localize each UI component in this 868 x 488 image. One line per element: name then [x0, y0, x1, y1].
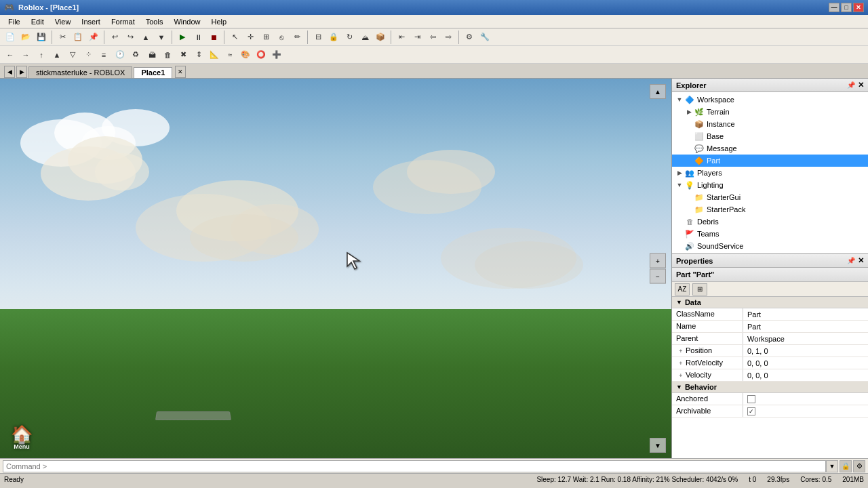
tree-item-instance[interactable]: 📦 Instance	[672, 118, 868, 130]
tb-paste[interactable]: 📌	[86, 30, 101, 45]
toggle-lighting[interactable]: ▼	[675, 180, 684, 190]
tb-cam-back[interactable]: ⇥	[410, 30, 425, 45]
tb-select[interactable]: ↖	[227, 30, 242, 45]
tb-plugins[interactable]: 🔧	[477, 30, 492, 45]
menu-format[interactable]: Format	[106, 17, 140, 26]
tb2-clock[interactable]: 🕐	[113, 47, 127, 62]
tab-place1[interactable]: Place1	[134, 67, 172, 78]
properties-close[interactable]: ✕	[858, 256, 864, 265]
tb-cam-right[interactable]: ⇨	[441, 30, 456, 45]
anchored-checkbox[interactable]	[747, 395, 755, 403]
tab-stickmasterluke[interactable]: stickmasterluke - ROBLOX	[28, 66, 132, 78]
tb-move-up[interactable]: ▲	[138, 30, 153, 45]
tb-open[interactable]: 📂	[18, 30, 33, 45]
tb-lock[interactable]: 🔒	[326, 30, 341, 45]
tb2-landscape[interactable]: 🏔	[144, 47, 159, 62]
tab-close[interactable]: ✕	[175, 66, 186, 78]
prop-tab-category[interactable]: ⊞	[692, 283, 707, 296]
tb-stop[interactable]: ⏹	[206, 30, 221, 45]
position-expand[interactable]: +	[676, 348, 686, 354]
tb-group[interactable]: 📦	[373, 30, 388, 45]
viewport-zoom-out[interactable]: −	[650, 269, 666, 284]
tb2-scatter[interactable]: ⁘	[81, 47, 96, 62]
tree-item-soundservice[interactable]: 🔊 SoundService	[672, 240, 868, 252]
menu-file[interactable]: File	[3, 17, 26, 26]
tb2-circle[interactable]: ⭕	[254, 47, 269, 62]
tb-anchor[interactable]: ⎋	[274, 30, 289, 45]
command-icon-2[interactable]: ⚙	[853, 460, 865, 472]
archivable-checkbox[interactable]	[747, 407, 755, 415]
menu-view[interactable]: View	[50, 17, 77, 26]
tree-item-players[interactable]: ▶ 👥 Players	[672, 167, 868, 179]
tree-item-base[interactable]: ⬜ Base	[672, 130, 868, 142]
tree-item-teams[interactable]: 🚩 Teams	[672, 228, 868, 240]
tb-rotate[interactable]: ↻	[342, 30, 357, 45]
tb-grid[interactable]: ⊟	[311, 30, 326, 45]
tb-cam-front[interactable]: ⇤	[394, 30, 409, 45]
tb-terrain[interactable]: ⛰	[357, 30, 372, 45]
toggle-players[interactable]: ▶	[675, 168, 684, 178]
viewport-zoom-in[interactable]: +	[650, 253, 666, 268]
tb-move[interactable]: ✛	[243, 30, 258, 45]
prop-value-name[interactable]: Part	[743, 321, 868, 332]
tb2-erase[interactable]: 🗑	[160, 47, 175, 62]
tb2-smooth[interactable]: ≈	[222, 47, 237, 62]
toggle-terrain[interactable]: ▶	[684, 107, 694, 117]
command-input[interactable]	[3, 460, 826, 472]
tb-paint[interactable]: ✏	[290, 30, 304, 45]
tb2-resize2[interactable]: ⇕	[191, 47, 206, 62]
prop-value-archivable[interactable]	[743, 405, 868, 417]
viewport[interactable]: 🏠 Menu + − ▲ ▼	[0, 79, 671, 458]
velocity-expand[interactable]: +	[676, 372, 686, 379]
prop-value-anchored[interactable]	[743, 393, 868, 405]
tb-pause[interactable]: ⏸	[191, 30, 205, 45]
tree-item-message[interactable]: 💬 Message	[672, 142, 868, 155]
minimize-button[interactable]: —	[829, 3, 840, 12]
tb2-up[interactable]: ↑	[34, 47, 49, 62]
menu-tools[interactable]: Tools	[140, 17, 169, 26]
toggle-instance[interactable]	[684, 119, 694, 129]
tb2-raise[interactable]: ▲	[50, 47, 64, 62]
rotvelocity-expand[interactable]: +	[676, 360, 686, 367]
tb2-flatten[interactable]: ≡	[96, 47, 111, 62]
tb2-cycle[interactable]: ♻	[128, 47, 143, 62]
tb-settings[interactable]: ⚙	[462, 30, 477, 45]
toggle-workspace[interactable]: ▼	[675, 95, 684, 104]
tb2-paint2[interactable]: 🎨	[238, 47, 253, 62]
tree-item-debris[interactable]: 🗑 Debris	[672, 216, 868, 228]
tb-save[interactable]: 💾	[34, 30, 49, 45]
close-button[interactable]: ✕	[853, 3, 864, 12]
tree-item-workspace[interactable]: ▼ 🔷 Workspace	[672, 94, 868, 106]
viewport-pan-down[interactable]: ▼	[650, 438, 666, 453]
tb2-back[interactable]: ←	[3, 47, 18, 62]
tb-cam-left[interactable]: ⇦	[425, 30, 440, 45]
tb2-delete[interactable]: ✖	[176, 47, 191, 62]
tb-new[interactable]: 📄	[3, 30, 18, 45]
tb2-stamp[interactable]: 📐	[207, 47, 222, 62]
tb-move-down[interactable]: ▼	[154, 30, 169, 45]
command-icon-1[interactable]: 🔒	[840, 460, 852, 472]
tb2-forward[interactable]: →	[18, 47, 33, 62]
prop-section-behavior[interactable]: ▼ Behavior	[672, 382, 868, 393]
prop-section-data[interactable]: ▼ Data	[672, 297, 868, 308]
properties-pin[interactable]: 📌	[847, 257, 855, 264]
tb-play[interactable]: ▶	[175, 30, 190, 45]
command-dropdown[interactable]: ▼	[826, 460, 838, 472]
tree-item-part[interactable]: 🔶 Part	[672, 155, 868, 167]
explorer-pin[interactable]: 📌	[847, 81, 855, 89]
tree-item-terrain[interactable]: ▶ 🌿 Terrain	[672, 106, 868, 118]
prop-tab-alphabetical[interactable]: AZ	[675, 283, 690, 296]
tree-item-startergui[interactable]: 📁 StarterGui	[672, 191, 868, 203]
tb-copy[interactable]: 📋	[71, 30, 85, 45]
explorer-tree[interactable]: ▼ 🔷 Workspace ▶ 🌿 Terrain 📦 Instance	[672, 92, 868, 253]
tb-resize[interactable]: ⊞	[258, 30, 273, 45]
tb-undo[interactable]: ↩	[107, 30, 122, 45]
menu-help[interactable]: Help	[206, 17, 233, 26]
tree-item-starterpack[interactable]: 📁 StarterPack	[672, 203, 868, 216]
maximize-button[interactable]: □	[841, 3, 852, 12]
tab-nav-prev[interactable]: ◀	[4, 66, 15, 78]
tb2-lower[interactable]: ▽	[65, 47, 80, 62]
explorer-close[interactable]: ✕	[858, 81, 864, 89]
tb2-cross[interactable]: ➕	[269, 47, 284, 62]
menu-insert[interactable]: Insert	[76, 17, 106, 26]
